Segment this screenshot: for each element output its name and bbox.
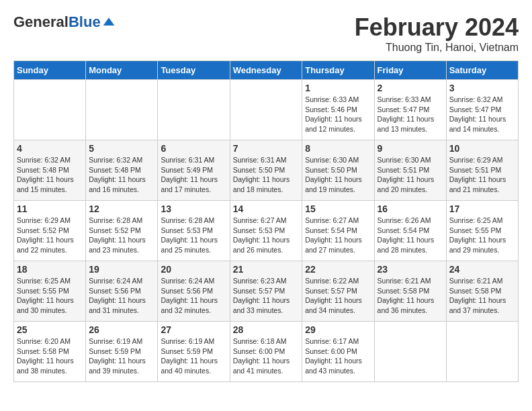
day-number: 8 (305, 143, 371, 154)
calendar-cell: 20Sunrise: 6:24 AM Sunset: 5:56 PM Dayli… (158, 261, 230, 322)
day-number: 14 (233, 203, 300, 214)
day-number: 17 (449, 203, 515, 214)
column-header-friday: Friday (374, 61, 446, 80)
calendar-cell: 17Sunrise: 6:25 AM Sunset: 5:55 PM Dayli… (446, 201, 518, 261)
calendar-cell (86, 80, 158, 140)
calendar-cell (446, 322, 518, 382)
calendar-cell: 13Sunrise: 6:28 AM Sunset: 5:53 PM Dayli… (158, 201, 230, 261)
day-info: Sunrise: 6:30 AM Sunset: 5:51 PM Dayligh… (378, 155, 443, 195)
day-info: Sunrise: 6:30 AM Sunset: 5:50 PM Dayligh… (305, 155, 371, 195)
column-header-wednesday: Wednesday (230, 61, 302, 80)
day-info: Sunrise: 6:17 AM Sunset: 6:00 PM Dayligh… (305, 336, 371, 376)
day-number: 6 (161, 143, 226, 154)
day-info: Sunrise: 6:20 AM Sunset: 5:58 PM Dayligh… (17, 336, 83, 376)
calendar-cell: 11Sunrise: 6:29 AM Sunset: 5:52 PM Dayli… (14, 201, 86, 261)
day-info: Sunrise: 6:27 AM Sunset: 5:53 PM Dayligh… (233, 216, 300, 255)
week-row-4: 18Sunrise: 6:25 AM Sunset: 5:55 PM Dayli… (14, 261, 519, 322)
page-header: GeneralBlue February 2024 Thuong Tin, Ha… (13, 13, 519, 54)
title-section: February 2024 Thuong Tin, Hanoi, Vietnam (355, 13, 519, 54)
day-info: Sunrise: 6:23 AM Sunset: 5:57 PM Dayligh… (233, 276, 300, 316)
logo: GeneralBlue (13, 13, 116, 31)
logo-icon (102, 15, 116, 29)
calendar-cell: 27Sunrise: 6:19 AM Sunset: 5:59 PM Dayli… (158, 322, 230, 382)
calendar-cell: 4Sunrise: 6:32 AM Sunset: 5:48 PM Daylig… (14, 140, 86, 201)
calendar-cell (14, 80, 86, 140)
day-info: Sunrise: 6:21 AM Sunset: 5:58 PM Dayligh… (378, 276, 443, 316)
calendar-cell: 15Sunrise: 6:27 AM Sunset: 5:54 PM Dayli… (302, 201, 374, 261)
calendar-cell (230, 80, 302, 140)
day-info: Sunrise: 6:28 AM Sunset: 5:52 PM Dayligh… (89, 216, 154, 255)
calendar-title: February 2024 (355, 13, 519, 42)
day-info: Sunrise: 6:28 AM Sunset: 5:53 PM Dayligh… (161, 216, 226, 255)
calendar-cell: 3Sunrise: 6:32 AM Sunset: 5:47 PM Daylig… (446, 80, 518, 140)
column-header-monday: Monday (86, 61, 158, 80)
day-info: Sunrise: 6:25 AM Sunset: 5:55 PM Dayligh… (449, 216, 515, 255)
calendar-cell: 7Sunrise: 6:31 AM Sunset: 5:50 PM Daylig… (230, 140, 302, 201)
calendar-cell: 8Sunrise: 6:30 AM Sunset: 5:50 PM Daylig… (302, 140, 374, 201)
calendar-cell: 23Sunrise: 6:21 AM Sunset: 5:58 PM Dayli… (374, 261, 446, 322)
calendar-cell: 5Sunrise: 6:32 AM Sunset: 5:48 PM Daylig… (86, 140, 158, 201)
calendar-cell: 28Sunrise: 6:18 AM Sunset: 6:00 PM Dayli… (230, 322, 302, 382)
day-info: Sunrise: 6:19 AM Sunset: 5:59 PM Dayligh… (89, 336, 154, 376)
logo-general-text: General (13, 13, 69, 31)
day-number: 5 (89, 143, 154, 154)
day-number: 1 (305, 83, 371, 93)
day-number: 7 (233, 143, 300, 154)
calendar-subtitle: Thuong Tin, Hanoi, Vietnam (355, 42, 519, 54)
column-header-saturday: Saturday (446, 61, 518, 80)
day-info: Sunrise: 6:27 AM Sunset: 5:54 PM Dayligh… (305, 216, 371, 255)
day-info: Sunrise: 6:24 AM Sunset: 5:56 PM Dayligh… (89, 276, 154, 316)
day-info: Sunrise: 6:26 AM Sunset: 5:54 PM Dayligh… (378, 216, 443, 255)
week-row-2: 4Sunrise: 6:32 AM Sunset: 5:48 PM Daylig… (14, 140, 519, 201)
day-number: 18 (17, 264, 83, 275)
day-info: Sunrise: 6:32 AM Sunset: 5:48 PM Dayligh… (89, 155, 154, 195)
day-info: Sunrise: 6:22 AM Sunset: 5:57 PM Dayligh… (305, 276, 371, 316)
day-info: Sunrise: 6:33 AM Sunset: 5:46 PM Dayligh… (305, 95, 371, 134)
day-info: Sunrise: 6:31 AM Sunset: 5:50 PM Dayligh… (233, 155, 300, 195)
calendar-cell: 18Sunrise: 6:25 AM Sunset: 5:55 PM Dayli… (14, 261, 86, 322)
calendar-cell: 16Sunrise: 6:26 AM Sunset: 5:54 PM Dayli… (374, 201, 446, 261)
day-number: 27 (161, 324, 226, 335)
day-number: 10 (449, 143, 515, 154)
day-info: Sunrise: 6:32 AM Sunset: 5:47 PM Dayligh… (449, 95, 515, 134)
calendar-cell: 9Sunrise: 6:30 AM Sunset: 5:51 PM Daylig… (374, 140, 446, 201)
day-info: Sunrise: 6:25 AM Sunset: 5:55 PM Dayligh… (17, 276, 83, 316)
calendar-cell: 29Sunrise: 6:17 AM Sunset: 6:00 PM Dayli… (302, 322, 374, 382)
day-info: Sunrise: 6:21 AM Sunset: 5:58 PM Dayligh… (449, 276, 515, 316)
day-number: 21 (233, 264, 300, 275)
calendar-cell (374, 322, 446, 382)
day-number: 15 (305, 203, 371, 214)
calendar-cell: 19Sunrise: 6:24 AM Sunset: 5:56 PM Dayli… (86, 261, 158, 322)
week-row-1: 1Sunrise: 6:33 AM Sunset: 5:46 PM Daylig… (14, 80, 519, 140)
day-number: 24 (449, 264, 515, 275)
day-number: 12 (89, 203, 154, 214)
day-info: Sunrise: 6:33 AM Sunset: 5:47 PM Dayligh… (378, 95, 443, 134)
day-number: 19 (89, 264, 154, 275)
column-header-thursday: Thursday (302, 61, 374, 80)
calendar-cell (158, 80, 230, 140)
day-number: 20 (161, 264, 226, 275)
calendar-cell: 25Sunrise: 6:20 AM Sunset: 5:58 PM Dayli… (14, 322, 86, 382)
day-number: 26 (89, 324, 154, 335)
day-number: 22 (305, 264, 371, 275)
day-info: Sunrise: 6:24 AM Sunset: 5:56 PM Dayligh… (161, 276, 226, 316)
calendar-cell: 6Sunrise: 6:31 AM Sunset: 5:49 PM Daylig… (158, 140, 230, 201)
week-row-3: 11Sunrise: 6:29 AM Sunset: 5:52 PM Dayli… (14, 201, 519, 261)
day-number: 13 (161, 203, 226, 214)
day-info: Sunrise: 6:29 AM Sunset: 5:51 PM Dayligh… (449, 155, 515, 195)
day-number: 9 (378, 143, 443, 154)
calendar-cell: 2Sunrise: 6:33 AM Sunset: 5:47 PM Daylig… (374, 80, 446, 140)
calendar-cell: 24Sunrise: 6:21 AM Sunset: 5:58 PM Dayli… (446, 261, 518, 322)
header-row: SundayMondayTuesdayWednesdayThursdayFrid… (14, 61, 519, 80)
day-number: 25 (17, 324, 83, 335)
day-number: 3 (449, 83, 515, 93)
column-header-tuesday: Tuesday (158, 61, 230, 80)
day-info: Sunrise: 6:32 AM Sunset: 5:48 PM Dayligh… (17, 155, 83, 195)
calendar-cell: 22Sunrise: 6:22 AM Sunset: 5:57 PM Dayli… (302, 261, 374, 322)
calendar-cell: 12Sunrise: 6:28 AM Sunset: 5:52 PM Dayli… (86, 201, 158, 261)
calendar-cell: 10Sunrise: 6:29 AM Sunset: 5:51 PM Dayli… (446, 140, 518, 201)
logo-blue-text: Blue (69, 13, 101, 31)
day-number: 11 (17, 203, 83, 214)
calendar-cell: 26Sunrise: 6:19 AM Sunset: 5:59 PM Dayli… (86, 322, 158, 382)
week-row-5: 25Sunrise: 6:20 AM Sunset: 5:58 PM Dayli… (14, 322, 519, 382)
